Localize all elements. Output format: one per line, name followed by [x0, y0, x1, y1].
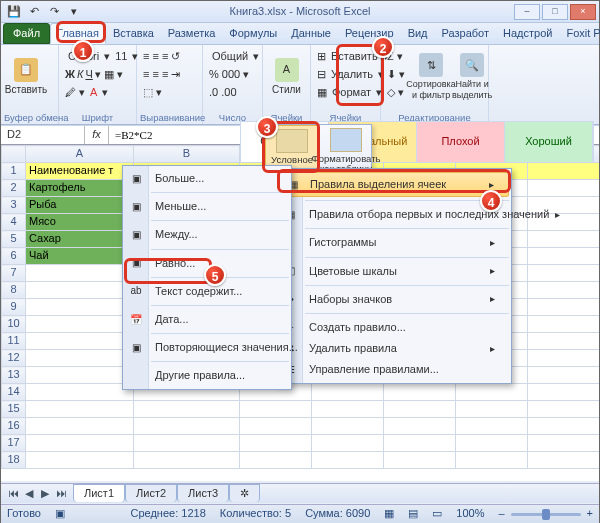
clipboard-icon: 📋 [14, 58, 38, 82]
cell-A1[interactable]: Наименование т [26, 163, 134, 180]
sheet-nav-next[interactable]: ▶ [37, 487, 53, 500]
font-color-row[interactable]: 🖉 ▾ A ▾ [62, 84, 111, 102]
clear-button[interactable]: ◇ ▾ [384, 84, 408, 102]
status-average: Среднее: 1218 [131, 507, 206, 520]
tab-insert[interactable]: Вставка [106, 23, 161, 44]
menu-less-than[interactable]: ▣Меньше... [123, 196, 291, 217]
menu-clear-rules[interactable]: ✖Удалить правила▸ [277, 338, 511, 359]
conditional-formatting-icon [276, 129, 308, 153]
paste-button[interactable]: 📋 Вставить [4, 48, 48, 106]
cell-A5[interactable]: Сахар [26, 231, 134, 248]
menu-more-rules[interactable]: Другие правила... [123, 365, 291, 386]
sheet-nav-first[interactable]: ⏮ [5, 487, 21, 500]
sort-icon: ⇅ [419, 53, 443, 77]
sheet-tab-2[interactable]: Лист2 [125, 484, 177, 502]
menu-between[interactable]: ▣Между... [123, 224, 291, 245]
view-layout-icon[interactable]: ▤ [408, 507, 418, 520]
menu-new-rule[interactable]: ✦Создать правило... [277, 317, 511, 338]
cell-A6[interactable]: Чай [26, 248, 134, 265]
sheet-tab-1[interactable]: Лист1 [73, 484, 125, 502]
cells-delete[interactable]: ⊟ Удалить ▾ [314, 66, 387, 84]
redo-icon[interactable]: ↷ [45, 3, 63, 21]
cell-A4[interactable]: Мясо [26, 214, 134, 231]
group-clipboard-label: Буфер обмена [4, 111, 55, 123]
zoom-slider[interactable] [511, 513, 581, 516]
sheet-tab-bar: ⏮ ◀ ▶ ⏭ Лист1 Лист2 Лист3 ✲ [1, 483, 599, 503]
menu-manage-rules[interactable]: ☰Управление правилами... [277, 359, 511, 380]
ribbon-tabs: Файл Главная Вставка Разметка Формулы Да… [1, 23, 599, 45]
cells-format[interactable]: ▦ Формат ▾ [314, 84, 385, 102]
zoom-level[interactable]: 100% [456, 507, 484, 520]
cell-A2[interactable]: Картофель [26, 180, 134, 197]
number-row2[interactable]: % 000 ▾ [206, 66, 252, 84]
styles-button[interactable]: A Стили [266, 48, 307, 106]
menu-duplicate-values[interactable]: ▣Повторяющиеся значения... [123, 337, 291, 358]
menu-date-occurring[interactable]: 📅Дата... [123, 309, 291, 330]
menu-highlight-cells-rules[interactable]: ▦Правила выделения ячеек▸ [279, 172, 509, 197]
row-1[interactable]: 1 [2, 163, 26, 180]
status-rec-icon[interactable]: ▣ [55, 507, 65, 520]
zoom-in[interactable]: + [587, 507, 593, 520]
menu-data-bars[interactable]: ▮Гистограммы▸ [277, 232, 511, 253]
tab-addins[interactable]: Надстрой [496, 23, 559, 44]
view-break-icon[interactable]: ▭ [432, 507, 442, 520]
font-style-row[interactable]: Ж К Ч ▾ ▦ ▾ [62, 66, 126, 84]
titlebar: 💾 ↶ ↷ ▾ Книга3.xlsx - Microsoft Excel – … [1, 1, 599, 23]
status-count: Количество: 5 [220, 507, 291, 520]
menu-top-bottom-rules[interactable]: ▦Правила отбора первых и последних значе… [277, 204, 511, 225]
style-bad[interactable]: Плохой [417, 122, 505, 162]
tab-formulas[interactable]: Формулы [222, 23, 284, 44]
fx-icon[interactable]: fx [85, 126, 109, 144]
col-A[interactable]: A [26, 146, 134, 163]
qat-more-icon[interactable]: ▾ [65, 3, 83, 21]
tab-developer[interactable]: Разработ [435, 23, 496, 44]
menu-text-contains[interactable]: abТекст содержит... [123, 281, 291, 302]
callout-2: 2 [372, 36, 394, 58]
cell-A3[interactable]: Рыба [26, 197, 134, 214]
row-6[interactable]: 6 [2, 248, 26, 265]
tab-layout[interactable]: Разметка [161, 23, 223, 44]
close-button[interactable]: × [570, 4, 596, 20]
menu-icon-sets[interactable]: ◆Наборы значков▸ [277, 289, 511, 310]
zoom-out[interactable]: – [498, 507, 504, 520]
callout-4: 4 [480, 190, 502, 212]
row-3[interactable]: 3 [2, 197, 26, 214]
find-select-button[interactable]: 🔍 Найти и выделить [454, 48, 490, 106]
fill-button[interactable]: ⬇ ▾ [384, 66, 408, 84]
styles-icon: A [275, 58, 299, 82]
excel-window: 💾 ↶ ↷ ▾ Книга3.xlsx - Microsoft Excel – … [0, 0, 600, 523]
align-top-row[interactable]: ≡ ≡ ≡ ↺ [140, 48, 183, 66]
row-5[interactable]: 5 [2, 231, 26, 248]
number-row3[interactable]: .0 .00 [206, 84, 240, 102]
tab-data[interactable]: Данные [284, 23, 338, 44]
sheet-tab-new[interactable]: ✲ [229, 484, 260, 502]
group-font-label: Шрифт [62, 111, 133, 123]
sheet-nav-last[interactable]: ⏭ [53, 487, 69, 500]
undo-icon[interactable]: ↶ [25, 3, 43, 21]
sheet-nav-prev[interactable]: ◀ [21, 487, 37, 500]
col-B[interactable]: B [134, 146, 240, 163]
align-mid-row[interactable]: ≡ ≡ ≡ ⇥ [140, 66, 183, 84]
sort-filter-button[interactable]: ⇅ Сортировка и фильтр [411, 48, 451, 106]
row-4[interactable]: 4 [2, 214, 26, 231]
tab-file[interactable]: Файл [3, 23, 50, 44]
row-2[interactable]: 2 [2, 180, 26, 197]
name-box[interactable]: D2 [1, 126, 85, 143]
menu-greater-than[interactable]: ▣Больше... [123, 168, 291, 189]
conditional-formatting-menu: ▦Правила выделения ячеек▸ ▦Правила отбор… [276, 168, 512, 384]
menu-color-scales[interactable]: ◧Цветовые шкалы▸ [277, 261, 511, 282]
view-normal-icon[interactable]: ▦ [384, 507, 394, 520]
select-all[interactable] [2, 146, 26, 163]
align-merge[interactable]: ⬚ ▾ [140, 84, 165, 102]
maximize-button[interactable]: □ [542, 4, 568, 20]
sheet-tab-3[interactable]: Лист3 [177, 484, 229, 502]
format-table-icon [330, 128, 362, 152]
number-format-combo[interactable]: Общий ▾ [206, 48, 262, 66]
tab-view[interactable]: Вид [401, 23, 435, 44]
quick-access-toolbar: 💾 ↶ ↷ ▾ [1, 3, 87, 21]
save-icon[interactable]: 💾 [5, 3, 23, 21]
minimize-button[interactable]: – [514, 4, 540, 20]
tab-foxit[interactable]: Foxit PDF [559, 23, 600, 44]
style-good[interactable]: Хороший [505, 122, 593, 162]
window-buttons: – □ × [514, 4, 599, 20]
